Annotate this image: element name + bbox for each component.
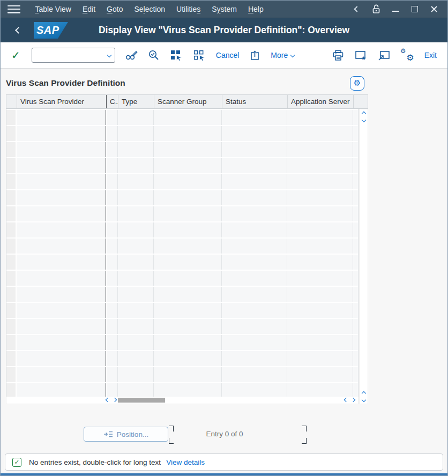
table-cell[interactable] bbox=[353, 319, 359, 334]
row-selector[interactable] bbox=[6, 174, 17, 189]
table-cell[interactable] bbox=[154, 367, 222, 382]
table-cell[interactable] bbox=[287, 158, 353, 173]
table-cell[interactable] bbox=[154, 110, 222, 125]
row-selector[interactable] bbox=[6, 335, 17, 350]
more-button[interactable]: More bbox=[271, 51, 294, 59]
table-row[interactable] bbox=[6, 158, 358, 173]
row-selector[interactable] bbox=[6, 255, 17, 270]
table-cell[interactable] bbox=[222, 126, 287, 141]
session-lock-button[interactable] bbox=[370, 3, 382, 15]
display-change-button[interactable] bbox=[125, 49, 138, 61]
column-header-virus-scan-provider[interactable]: Virus Scan Provider bbox=[17, 95, 107, 108]
table-cell[interactable] bbox=[17, 110, 106, 125]
table-cell[interactable] bbox=[222, 190, 287, 205]
table-cell[interactable] bbox=[154, 174, 222, 189]
table-cell[interactable] bbox=[106, 271, 118, 286]
scroll-up-icon[interactable] bbox=[362, 111, 366, 116]
table-cell[interactable] bbox=[118, 142, 154, 157]
table-cell[interactable] bbox=[287, 222, 353, 237]
table-row[interactable] bbox=[6, 351, 358, 366]
table-settings-button[interactable]: ⚙ bbox=[350, 76, 364, 91]
table-cell[interactable] bbox=[106, 335, 118, 350]
scroll-right-icon[interactable] bbox=[351, 398, 355, 402]
table-cell[interactable] bbox=[106, 287, 118, 302]
table-cell[interactable] bbox=[222, 367, 287, 382]
table-cell[interactable] bbox=[118, 319, 154, 334]
row-selector[interactable] bbox=[6, 110, 17, 125]
table-cell[interactable] bbox=[17, 174, 106, 189]
table-cell[interactable] bbox=[353, 239, 359, 254]
table-cell[interactable] bbox=[118, 303, 154, 318]
table-row[interactable] bbox=[6, 110, 358, 125]
table-cell[interactable] bbox=[154, 206, 222, 221]
table-cell[interactable] bbox=[17, 319, 106, 334]
table-cell[interactable] bbox=[17, 126, 106, 141]
table-cell[interactable] bbox=[154, 303, 222, 318]
row-selector[interactable] bbox=[6, 351, 17, 366]
table-cell[interactable] bbox=[118, 126, 154, 141]
table-cell[interactable] bbox=[222, 158, 287, 173]
table-cell[interactable] bbox=[17, 206, 106, 221]
table-cell[interactable] bbox=[222, 222, 287, 237]
table-cell[interactable] bbox=[17, 239, 106, 254]
row-selector[interactable] bbox=[6, 319, 17, 334]
table-cell[interactable] bbox=[287, 271, 353, 286]
table-cell[interactable] bbox=[287, 255, 353, 270]
table-row[interactable] bbox=[6, 303, 358, 318]
table-cell[interactable] bbox=[287, 126, 353, 141]
table-cell[interactable] bbox=[353, 303, 359, 318]
row-selector[interactable] bbox=[6, 287, 17, 302]
horizontal-scrollbar[interactable] bbox=[6, 397, 359, 404]
row-selector[interactable] bbox=[6, 271, 17, 286]
table-cell[interactable] bbox=[154, 222, 222, 237]
scroll-down-icon[interactable] bbox=[362, 118, 366, 122]
table-cell[interactable] bbox=[154, 190, 222, 205]
table-row[interactable] bbox=[6, 206, 358, 221]
menu-item-selection[interactable]: Selection bbox=[129, 2, 171, 17]
table-cell[interactable] bbox=[222, 206, 287, 221]
scroll-right-icon[interactable] bbox=[113, 398, 117, 402]
menu-item-table-view[interactable]: Table View bbox=[29, 2, 77, 17]
options-button[interactable]: ⚙ ⚙ bbox=[401, 49, 414, 61]
table-cell[interactable] bbox=[222, 255, 287, 270]
table-cell[interactable] bbox=[17, 383, 106, 397]
table-cell[interactable] bbox=[106, 239, 118, 254]
table-cell[interactable] bbox=[353, 383, 359, 397]
print-button[interactable] bbox=[332, 50, 344, 61]
favorites-button[interactable]: ★ bbox=[355, 50, 367, 61]
column-header-c[interactable]: C.. bbox=[107, 95, 118, 108]
table-cell[interactable] bbox=[106, 367, 118, 382]
table-cell[interactable] bbox=[118, 158, 154, 173]
table-cell[interactable] bbox=[353, 190, 359, 205]
table-cell[interactable] bbox=[17, 222, 106, 237]
table-cell[interactable] bbox=[353, 335, 359, 350]
menu-item-goto[interactable]: Goto bbox=[101, 2, 129, 17]
table-row[interactable] bbox=[6, 367, 358, 382]
scroll-left-icon[interactable] bbox=[344, 398, 348, 402]
table-cell[interactable] bbox=[222, 174, 287, 189]
table-cell[interactable] bbox=[353, 158, 359, 173]
table-cell[interactable] bbox=[222, 303, 287, 318]
table-cell[interactable] bbox=[154, 287, 222, 302]
table-cell[interactable] bbox=[222, 110, 287, 125]
row-selector[interactable] bbox=[6, 383, 17, 397]
table-cell[interactable] bbox=[17, 142, 106, 157]
hscroll-thumb[interactable] bbox=[118, 398, 165, 403]
table-cell[interactable] bbox=[154, 383, 222, 397]
table-cell[interactable] bbox=[118, 271, 154, 286]
row-selector[interactable] bbox=[6, 126, 17, 141]
table-cell[interactable] bbox=[106, 126, 118, 141]
column-header-status[interactable]: Status bbox=[222, 95, 288, 108]
table-cell[interactable] bbox=[222, 335, 287, 350]
column-header-application-server[interactable]: Application Server bbox=[288, 95, 354, 108]
table-cell[interactable] bbox=[287, 287, 353, 302]
table-cell[interactable] bbox=[287, 142, 353, 157]
table-row[interactable] bbox=[6, 239, 358, 254]
table-cell[interactable] bbox=[222, 351, 287, 366]
row-selector[interactable] bbox=[6, 158, 17, 173]
command-input[interactable] bbox=[32, 48, 115, 63]
table-cell[interactable] bbox=[118, 335, 154, 350]
table-cell[interactable] bbox=[106, 303, 118, 318]
table-cell[interactable] bbox=[154, 335, 222, 350]
row-selector[interactable] bbox=[6, 239, 17, 254]
